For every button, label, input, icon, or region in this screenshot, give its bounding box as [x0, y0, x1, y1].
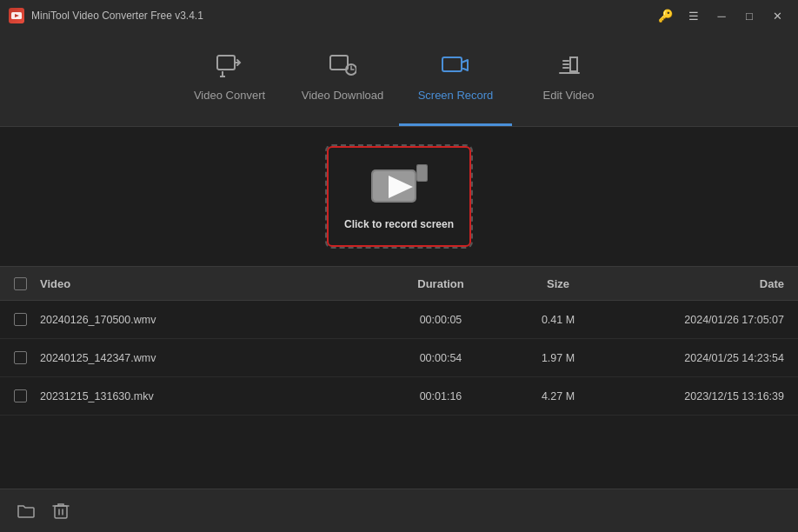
tab-record-label: Screen Record	[418, 89, 494, 102]
row-3-name: 20231215_131630.mkv	[40, 390, 376, 402]
row-3-duration: 00:01:16	[376, 390, 506, 402]
convert-icon	[216, 54, 243, 82]
main-content: Click to record screen Video Duration Si…	[0, 127, 798, 489]
tab-edit-video[interactable]: Edit Video	[512, 31, 625, 126]
row-1-date: 2024/01/26 17:05:07	[610, 314, 784, 326]
camera-svg	[368, 163, 430, 209]
download-icon	[329, 54, 356, 82]
svg-rect-11	[55, 506, 67, 518]
row-2-size: 1.97 M	[506, 352, 610, 364]
tab-video-convert[interactable]: Video Convert	[173, 31, 286, 126]
tab-screen-record[interactable]: Screen Record	[399, 31, 512, 126]
folder-icon	[17, 502, 36, 521]
row-1-check	[14, 313, 40, 326]
header-date: Date	[610, 277, 784, 290]
row-2-checkbox[interactable]	[14, 351, 27, 364]
table-row[interactable]: 20240125_142347.wmv 00:00:54 1.97 M 2024…	[0, 339, 798, 377]
svg-rect-10	[417, 165, 427, 181]
camera-icon	[368, 163, 430, 209]
open-folder-button[interactable]	[14, 499, 38, 523]
nav-bar: Video Convert Video Download Screen Reco…	[0, 31, 798, 127]
edit-icon	[555, 54, 582, 82]
tab-convert-label: Video Convert	[194, 89, 265, 102]
svg-rect-2	[217, 56, 235, 70]
svg-rect-3	[330, 56, 348, 70]
header-duration: Duration	[376, 277, 506, 290]
title-bar-controls: 🔑 ☰ ─ □ ✕	[658, 6, 789, 25]
row-2-check	[14, 351, 40, 364]
select-all-checkbox[interactable]	[14, 277, 27, 290]
title-bar-left: MiniTool Video Converter Free v3.4.1	[9, 8, 203, 23]
header-check	[14, 277, 40, 290]
table-row[interactable]: 20231215_131630.mkv 00:01:16 4.27 M 2023…	[0, 377, 798, 416]
title-bar: MiniTool Video Converter Free v3.4.1 🔑 ☰…	[0, 0, 798, 31]
delete-button[interactable]	[49, 499, 73, 523]
tab-edit-label: Edit Video	[542, 89, 594, 102]
header-video: Video	[40, 277, 376, 290]
app-title: MiniTool Video Converter Free v3.4.1	[31, 10, 203, 22]
minimize-button[interactable]: ─	[709, 6, 734, 25]
trash-icon	[52, 502, 70, 521]
row-1-checkbox[interactable]	[14, 313, 27, 326]
row-3-date: 2023/12/15 13:16:39	[610, 390, 784, 402]
tab-video-download[interactable]: Video Download	[286, 31, 399, 126]
header-size: Size	[506, 277, 610, 290]
menu-button[interactable]: ☰	[682, 6, 706, 25]
row-1-name: 20240126_170500.wmv	[40, 314, 376, 326]
svg-rect-5	[442, 57, 462, 71]
record-button[interactable]: Click to record screen	[325, 144, 473, 249]
record-area: Click to record screen	[0, 144, 798, 249]
row-3-check	[14, 389, 40, 402]
file-table: Video Duration Size Date 20240126_170500…	[0, 266, 798, 416]
row-3-checkbox[interactable]	[14, 389, 27, 402]
record-icon	[442, 54, 469, 82]
close-button[interactable]: ✕	[765, 6, 789, 25]
table-row[interactable]: 20240126_170500.wmv 00:00:05 0.41 M 2024…	[0, 301, 798, 339]
tab-download-label: Video Download	[302, 89, 383, 102]
bottom-bar	[0, 489, 798, 532]
maximize-button[interactable]: □	[737, 6, 761, 25]
row-1-duration: 00:00:05	[376, 314, 506, 326]
record-button-label: Click to record screen	[344, 218, 454, 230]
row-2-date: 2024/01/25 14:23:54	[610, 352, 784, 364]
row-3-size: 4.27 M	[506, 390, 610, 402]
app-logo	[9, 8, 24, 23]
key-icon: 🔑	[658, 9, 673, 23]
row-2-duration: 00:00:54	[376, 352, 506, 364]
row-2-name: 20240125_142347.wmv	[40, 352, 376, 364]
row-1-size: 0.41 M	[506, 314, 610, 326]
table-header: Video Duration Size Date	[0, 266, 798, 301]
